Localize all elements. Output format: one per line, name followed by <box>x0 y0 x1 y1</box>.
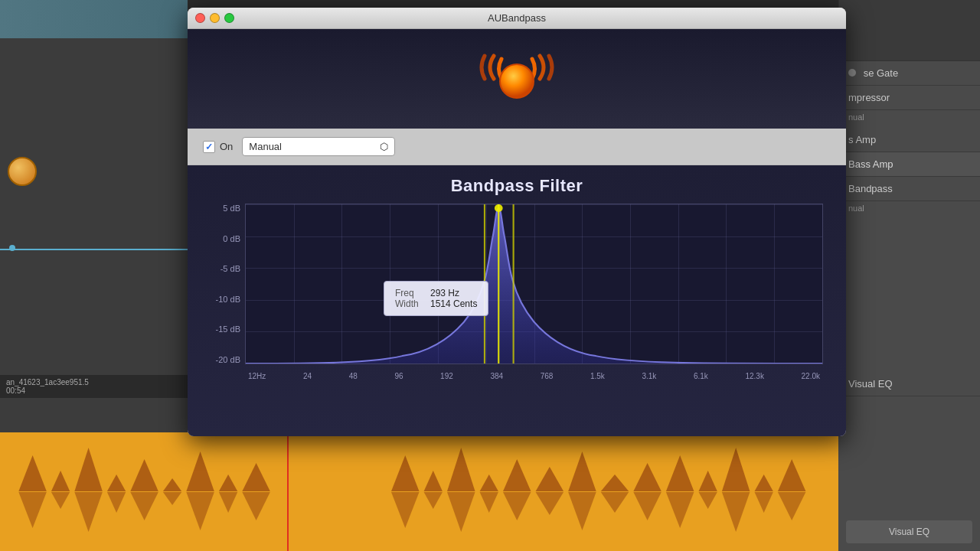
svg-marker-20 <box>722 448 750 491</box>
x-label-24: 24 <box>303 372 312 380</box>
svg-marker-45 <box>778 492 805 520</box>
svg-marker-17 <box>633 463 662 491</box>
sidebar-item-compressor[interactable]: mpressor <box>839 86 980 110</box>
title-bar: AUBandpass <box>188 8 846 29</box>
eq-graph-container[interactable]: 5 dB 0 dB -5 dB -10 dB -15 dB -20 dB <box>211 204 823 387</box>
plugin-logo <box>471 44 563 113</box>
minimize-button[interactable] <box>210 13 220 23</box>
sidebar-item-visual-eq[interactable]: Visual EQ <box>839 372 980 396</box>
waveform-inner <box>0 432 838 551</box>
svg-marker-32 <box>391 492 420 528</box>
svg-marker-38 <box>568 492 596 530</box>
eq-title: Bandpass Filter <box>188 165 846 204</box>
svg-marker-27 <box>130 492 158 520</box>
svg-marker-42 <box>699 492 717 509</box>
checkbox-mark: ✓ <box>205 142 213 152</box>
track-filename: an_41623_1ac3ee951.5 <box>6 378 181 386</box>
noise-gate-dot <box>848 69 856 77</box>
svg-marker-14 <box>536 467 564 491</box>
preset-label: Manual <box>249 141 282 152</box>
svg-marker-7 <box>219 474 237 491</box>
bottom-right-panel: Visual EQ <box>838 432 980 551</box>
svg-marker-43 <box>722 492 750 532</box>
sidebar-item-bandpass[interactable]: Bandpass <box>839 177 980 201</box>
svg-marker-41 <box>666 492 694 528</box>
svg-marker-23 <box>18 492 47 528</box>
svg-marker-3 <box>107 474 126 491</box>
track-info: an_41623_1ac3ee951.5 00:54 <box>0 375 188 398</box>
svg-marker-36 <box>503 492 531 520</box>
svg-marker-9 <box>391 455 420 491</box>
svg-marker-35 <box>480 492 498 513</box>
track-knob[interactable] <box>8 157 37 186</box>
sidebar-item-bass-amp[interactable]: Bass Amp <box>839 152 980 177</box>
s-amp-label: s Amp <box>848 134 876 145</box>
bandpass-sub: nual <box>839 201 980 219</box>
eq-area: Bandpass Filter 5 dB 0 dB -5 dB -10 dB -… <box>188 165 846 436</box>
bandpass-curve <box>246 204 822 364</box>
svg-marker-12 <box>480 474 498 491</box>
svg-marker-37 <box>536 492 564 515</box>
x-axis: 12Hz 24 48 96 192 384 768 1.5k 3.1k 6.1k… <box>245 364 823 387</box>
svg-marker-18 <box>666 455 694 491</box>
bottom-waveform <box>0 432 838 551</box>
y-label-m20: -20 dB <box>211 355 245 364</box>
svg-marker-11 <box>447 448 475 491</box>
svg-marker-28 <box>163 492 181 505</box>
sidebar-item-noise-gate[interactable]: se Gate <box>839 61 980 86</box>
bass-amp-label: Bass Amp <box>848 158 893 170</box>
visual-eq-btn-label: Visual EQ <box>889 527 929 537</box>
visual-eq-button[interactable]: Visual EQ <box>846 520 972 543</box>
close-button[interactable] <box>195 13 205 23</box>
svg-marker-26 <box>107 492 126 513</box>
window-title: AUBandpass <box>488 12 546 24</box>
compressor-label: mpressor <box>848 92 890 103</box>
x-label-12k3: 12.3k <box>745 372 763 380</box>
svg-marker-33 <box>424 492 443 509</box>
svg-marker-21 <box>755 474 773 491</box>
compressor-sub: nual <box>839 110 980 128</box>
on-checkbox[interactable]: ✓ <box>203 141 215 153</box>
svg-marker-39 <box>601 492 629 513</box>
eq-graph[interactable]: Freq 293 Hz Width 1514 Cents <box>245 204 823 364</box>
track-time: 00:54 <box>6 386 181 395</box>
track-area <box>0 0 188 436</box>
window-controls <box>195 13 234 23</box>
svg-marker-4 <box>130 459 158 491</box>
svg-marker-29 <box>186 492 214 530</box>
y-label-m15: -15 dB <box>211 324 245 334</box>
svg-marker-16 <box>601 474 629 491</box>
svg-marker-44 <box>755 492 773 513</box>
plugin-controls: ✓ On Manual ⬡ <box>188 129 846 165</box>
svg-marker-13 <box>503 459 531 491</box>
sidebar-item-s-amp[interactable]: s Amp <box>839 128 980 152</box>
svg-marker-6 <box>186 452 214 491</box>
y-axis: 5 dB 0 dB -5 dB -10 dB -15 dB -20 dB <box>211 204 245 364</box>
svg-marker-0 <box>18 455 47 491</box>
maximize-button[interactable] <box>224 13 234 23</box>
svg-marker-19 <box>699 471 717 491</box>
y-label-m5: -5 dB <box>211 264 245 273</box>
bandpass-label: Bandpass <box>848 183 893 194</box>
svg-marker-1 <box>51 471 70 491</box>
plugin-header <box>188 29 846 129</box>
y-label-m10: -10 dB <box>211 295 245 304</box>
dropdown-arrow-icon: ⬡ <box>380 141 388 152</box>
visual-eq-label: Visual EQ <box>848 378 893 390</box>
track-waveform-top <box>0 0 188 38</box>
plugin-window: AUBandpass <box>188 8 846 436</box>
x-label-192: 192 <box>440 372 453 380</box>
svg-marker-34 <box>447 492 475 532</box>
svg-marker-5 <box>163 478 181 491</box>
svg-marker-31 <box>242 492 270 520</box>
svg-marker-25 <box>74 492 102 532</box>
y-label-5: 5 dB <box>211 204 245 213</box>
preset-dropdown[interactable]: Manual ⬡ <box>242 137 395 156</box>
svg-marker-2 <box>74 448 102 491</box>
x-label-6k1: 6.1k <box>694 372 708 380</box>
x-label-3k1: 3.1k <box>642 372 656 380</box>
x-label-12hz: 12Hz <box>248 372 266 380</box>
svg-marker-10 <box>424 471 443 491</box>
on-toggle[interactable]: ✓ On <box>203 141 233 153</box>
x-label-1k5: 1.5k <box>590 372 605 380</box>
